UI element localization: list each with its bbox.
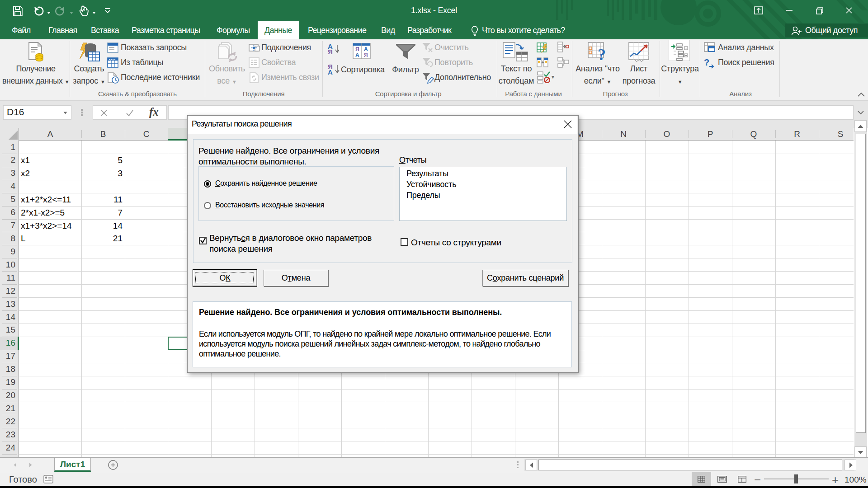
svg-text:А: А [364,46,368,52]
svg-text:Я: Я [355,46,359,52]
svg-text:?: ? [598,46,606,63]
svg-text:?: ? [704,57,709,67]
svg-text:Я: Я [364,52,368,58]
svg-text:А: А [355,52,359,58]
